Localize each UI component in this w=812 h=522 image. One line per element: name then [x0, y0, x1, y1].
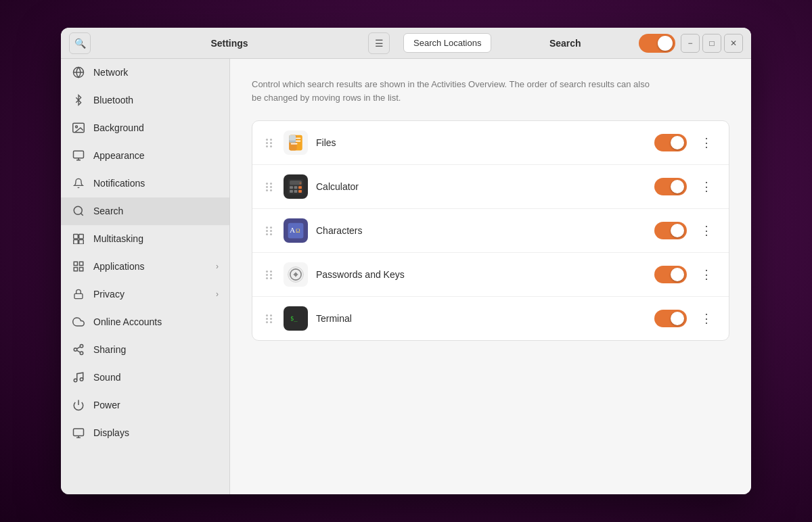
displays-label: Displays [93, 427, 219, 438]
search-items-list: Files ⋮ [252, 120, 729, 341]
svg-rect-9 [74, 234, 78, 239]
sidebar-item-applications[interactable]: Applications › [61, 253, 229, 281]
passwords-app-name: Passwords and Keys [316, 269, 646, 280]
svg-point-3 [76, 126, 78, 128]
global-search-toggle[interactable] [639, 34, 675, 53]
characters-app-name: Characters [316, 225, 646, 236]
search-icon: 🔍 [74, 38, 86, 49]
privacy-label: Privacy [93, 289, 208, 300]
characters-app-icon: A Ω [284, 218, 308, 243]
page-title: Search [499, 38, 631, 49]
sidebar-item-displays[interactable]: Displays [61, 419, 229, 447]
search-sidebar-icon [72, 204, 85, 218]
characters-toggle[interactable] [654, 222, 687, 239]
background-label: Background [93, 122, 219, 133]
bluetooth-label: Bluetooth [93, 95, 219, 105]
sidebar-item-appearance[interactable]: Appearance [61, 142, 229, 170]
online-accounts-label: Online Accounts [93, 316, 219, 327]
power-icon [72, 398, 85, 412]
svg-rect-17 [74, 293, 83, 298]
applications-icon [72, 260, 85, 273]
sound-label: Sound [93, 372, 219, 383]
calculator-toggle[interactable] [654, 178, 687, 195]
svg-rect-36 [290, 186, 293, 189]
page-description: Control which search results are shown i… [252, 78, 658, 104]
terminal-app-icon: $_ [284, 306, 308, 331]
svg-rect-10 [79, 234, 84, 239]
menu-icon: ☰ [375, 38, 384, 49]
passwords-app-icon [284, 262, 308, 287]
toggle-slider [639, 34, 675, 53]
sidebar-item-power[interactable]: Power [61, 392, 229, 419]
sidebar-item-search[interactable]: Search [61, 197, 229, 225]
sidebar-item-sound[interactable]: Sound [61, 364, 229, 392]
drag-handle-files[interactable] [263, 136, 275, 150]
background-icon [72, 121, 85, 135]
files-toggle[interactable] [654, 134, 687, 151]
sidebar-item-notifications[interactable]: Notifications [61, 170, 229, 197]
menu-button[interactable]: ☰ [368, 32, 390, 54]
svg-line-22 [76, 347, 80, 349]
sidebar-item-online-accounts[interactable]: Online Accounts [61, 308, 229, 336]
notifications-label: Notifications [93, 178, 219, 189]
terminal-more-button[interactable]: ⋮ [695, 308, 718, 329]
svg-rect-4 [74, 151, 84, 158]
drag-handle-terminal[interactable] [263, 312, 275, 326]
search-button[interactable]: 🔍 [69, 32, 91, 54]
titlebar: 🔍 Settings ☰ Search Locations Search − □… [61, 28, 751, 59]
svg-point-20 [80, 352, 83, 355]
svg-rect-14 [80, 262, 83, 265]
svg-rect-39 [290, 190, 293, 193]
sidebar-item-background[interactable]: Background [61, 114, 229, 142]
network-icon [72, 66, 85, 79]
sidebar-item-multitasking[interactable]: Multitasking [61, 225, 229, 253]
minimize-button[interactable]: − [681, 34, 700, 53]
calculator-more-button[interactable]: ⋮ [695, 176, 718, 197]
settings-window: 🔍 Settings ☰ Search Locations Search − □… [61, 28, 751, 494]
privacy-chevron: › [216, 289, 219, 299]
drag-handle-characters[interactable] [263, 224, 275, 238]
drag-handle-passwords[interactable] [263, 268, 275, 282]
search-item-passwords: Passwords and Keys ⋮ [252, 253, 729, 297]
multitasking-label: Multitasking [93, 233, 219, 244]
sidebar-item-sharing[interactable]: Sharing [61, 336, 229, 364]
svg-rect-37 [294, 186, 298, 189]
svg-rect-41 [298, 190, 302, 193]
sidebar-item-privacy[interactable]: Privacy › [61, 281, 229, 308]
main-content: Control which search results are shown i… [230, 59, 751, 494]
sharing-label: Sharing [93, 344, 219, 355]
privacy-icon [72, 287, 85, 301]
svg-point-19 [74, 348, 77, 352]
online-accounts-icon [72, 315, 85, 329]
terminal-toggle[interactable] [654, 310, 687, 327]
passwords-toggle[interactable] [654, 266, 687, 283]
files-more-button[interactable]: ⋮ [695, 133, 718, 153]
search-label: Search [93, 206, 219, 216]
search-item-calculator: + Calculator ⋮ [252, 165, 729, 209]
svg-rect-15 [80, 268, 83, 271]
svg-rect-2 [73, 123, 85, 133]
sidebar-item-network[interactable]: Network [61, 59, 229, 87]
svg-point-47 [294, 273, 298, 277]
svg-point-23 [74, 379, 77, 382]
characters-more-button[interactable]: ⋮ [695, 220, 718, 241]
network-label: Network [93, 67, 219, 78]
content-area: Network Bluetooth Background [61, 59, 751, 494]
maximize-button[interactable]: □ [702, 34, 721, 53]
close-button[interactable]: ✕ [724, 34, 743, 53]
svg-point-7 [74, 206, 82, 214]
svg-rect-26 [74, 429, 84, 436]
sidebar: Network Bluetooth Background [61, 59, 230, 494]
bluetooth-icon [72, 93, 85, 107]
search-locations-button[interactable]: Search Locations [403, 33, 491, 53]
sidebar-item-bluetooth[interactable]: Bluetooth [61, 87, 229, 114]
svg-rect-11 [74, 239, 78, 244]
toggle-slider [654, 222, 687, 239]
drag-handle-calculator[interactable] [263, 180, 275, 194]
passwords-more-button[interactable]: ⋮ [695, 264, 718, 285]
toggle-slider [654, 178, 687, 195]
svg-text:$_: $_ [290, 315, 298, 322]
search-item-terminal: $_ Terminal ⋮ [252, 297, 729, 340]
toggle-slider [654, 266, 687, 283]
calculator-app-name: Calculator [316, 181, 646, 192]
